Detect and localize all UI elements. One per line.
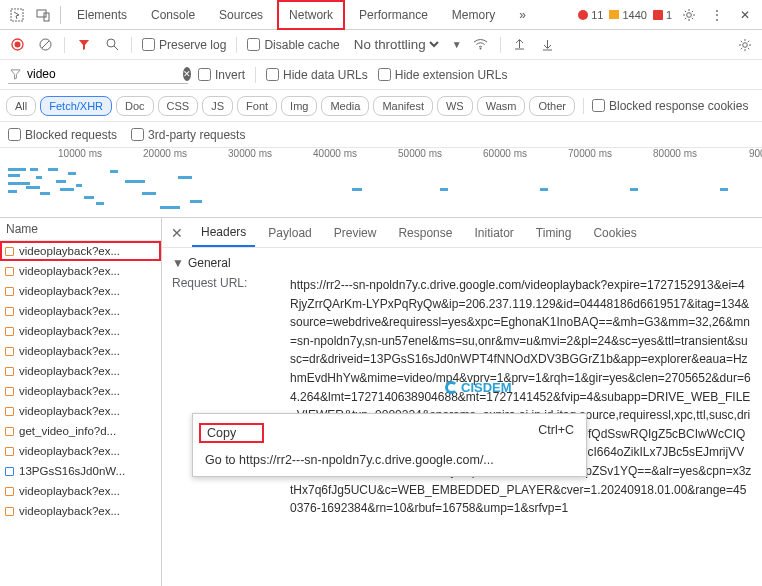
device-toggle-icon[interactable] (32, 4, 54, 26)
tab-more[interactable]: » (509, 2, 536, 28)
general-section[interactable]: ▼General (172, 256, 752, 270)
pill-fetch-xhr[interactable]: Fetch/XHR (40, 96, 112, 116)
request-item[interactable]: videoplayback?ex... (0, 281, 161, 301)
clear-filter-icon[interactable]: ✕ (183, 67, 191, 81)
request-type-icon (5, 467, 14, 476)
pill-img[interactable]: Img (281, 96, 317, 116)
close-devtools-icon[interactable]: ✕ (734, 4, 756, 26)
pill-js[interactable]: JS (202, 96, 233, 116)
pill-font[interactable]: Font (237, 96, 277, 116)
request-item[interactable]: videoplayback?ex... (0, 481, 161, 501)
ctx-goto[interactable]: Go to https://rr2---sn-npoldn7y.c.drive.… (193, 448, 586, 472)
invert-checkbox[interactable]: Invert (198, 68, 245, 82)
upload-icon[interactable] (511, 36, 529, 54)
tab-console[interactable]: Console (141, 2, 205, 28)
request-item[interactable]: videoplayback?ex... (0, 381, 161, 401)
preserve-log-checkbox[interactable]: Preserve log (142, 38, 226, 52)
blocked-requests-checkbox[interactable]: Blocked requests (8, 128, 117, 142)
detail-tab-preview[interactable]: Preview (325, 220, 386, 246)
request-item[interactable]: videoplayback?ex... (0, 241, 161, 261)
throttling-select[interactable]: No throttling (350, 36, 442, 53)
request-item-label: videoplayback?ex... (19, 285, 120, 297)
detail-tab-response[interactable]: Response (389, 220, 461, 246)
watermark: CISDEM (445, 380, 512, 395)
request-item[interactable]: videoplayback?ex... (0, 301, 161, 321)
clear-icon[interactable] (36, 36, 54, 54)
detail-tab-payload[interactable]: Payload (259, 220, 320, 246)
request-item[interactable]: videoplayback?ex... (0, 361, 161, 381)
request-item[interactable]: videoplayback?ex... (0, 401, 161, 421)
detail-tab-headers[interactable]: Headers (192, 219, 255, 247)
inspect-icon[interactable] (6, 4, 28, 26)
timeline-label: 20000 ms (143, 148, 187, 159)
pill-ws[interactable]: WS (437, 96, 473, 116)
download-icon[interactable] (539, 36, 557, 54)
request-url-value[interactable]: https://rr2---sn-npoldn7y.c.drive.google… (290, 276, 752, 518)
request-type-icon (5, 267, 14, 276)
error-count-red[interactable]: 11 (578, 9, 603, 21)
pill-manifest[interactable]: Manifest (373, 96, 433, 116)
detail-tab-initiator[interactable]: Initiator (465, 220, 522, 246)
request-item[interactable]: get_video_info?d... (0, 421, 161, 441)
ctx-copy[interactable]: Copy Ctrl+C (193, 418, 586, 448)
filter-glyph-icon (10, 69, 21, 80)
request-type-icon (5, 387, 14, 396)
request-item-label: videoplayback?ex... (19, 405, 120, 417)
tab-memory[interactable]: Memory (442, 2, 505, 28)
blocked-cookies-checkbox[interactable]: Blocked response cookies (592, 99, 748, 113)
hide-ext-label: Hide extension URLs (395, 68, 508, 82)
ctx-copy-shortcut: Ctrl+C (538, 423, 574, 443)
tab-sources[interactable]: Sources (209, 2, 273, 28)
timeline-label: 50000 ms (398, 148, 442, 159)
context-menu: Copy Ctrl+C Go to https://rr2---sn-npold… (192, 413, 587, 477)
disable-cache-checkbox[interactable]: Disable cache (247, 38, 339, 52)
hide-data-label: Hide data URLs (283, 68, 368, 82)
request-item[interactable]: videoplayback?ex... (0, 321, 161, 341)
request-item[interactable]: videoplayback?ex... (0, 261, 161, 281)
request-item[interactable]: videoplayback?ex... (0, 341, 161, 361)
record-icon[interactable] (8, 36, 26, 54)
request-item-label: videoplayback?ex... (19, 505, 120, 517)
request-item[interactable]: videoplayback?ex... (0, 441, 161, 461)
request-item-label: 13PGsS16sJd0nW... (19, 465, 125, 477)
filter-input[interactable] (27, 67, 177, 81)
tab-network[interactable]: Network (277, 0, 345, 30)
request-item[interactable]: 13PGsS16sJd0nW... (0, 461, 161, 481)
main-split: Name videoplayback?ex...videoplayback?ex… (0, 218, 762, 586)
timeline-label: 40000 ms (313, 148, 357, 159)
request-item-label: videoplayback?ex... (19, 345, 120, 357)
kebab-icon[interactable]: ⋮ (706, 4, 728, 26)
hide-data-urls-checkbox[interactable]: Hide data URLs (266, 68, 368, 82)
issue-count[interactable]: 1 (653, 9, 672, 21)
network-toolbar: Preserve log Disable cache No throttling… (0, 30, 762, 60)
pill-wasm[interactable]: Wasm (477, 96, 526, 116)
request-list: Name videoplayback?ex...videoplayback?ex… (0, 218, 162, 586)
request-type-icon (5, 307, 14, 316)
request-item-label: videoplayback?ex... (19, 325, 120, 337)
pill-css[interactable]: CSS (158, 96, 199, 116)
detail-tab-timing[interactable]: Timing (527, 220, 581, 246)
close-detail-icon[interactable]: ✕ (166, 225, 188, 241)
request-item-label: videoplayback?ex... (19, 365, 120, 377)
pill-all[interactable]: All (6, 96, 36, 116)
hide-ext-urls-checkbox[interactable]: Hide extension URLs (378, 68, 508, 82)
timeline-label: 9000 (749, 148, 762, 159)
panel-gear-icon[interactable] (736, 36, 754, 54)
third-party-checkbox[interactable]: 3rd-party requests (131, 128, 245, 142)
request-type-icon (5, 447, 14, 456)
request-item[interactable]: videoplayback?ex... (0, 501, 161, 521)
wifi-icon[interactable] (472, 36, 490, 54)
timeline-label: 70000 ms (568, 148, 612, 159)
tab-elements[interactable]: Elements (67, 2, 137, 28)
warn-count[interactable]: 1440 (609, 9, 646, 21)
tab-performance[interactable]: Performance (349, 2, 438, 28)
detail-tab-cookies[interactable]: Cookies (584, 220, 645, 246)
search-icon[interactable] (103, 36, 121, 54)
third-party-label: 3rd-party requests (148, 128, 245, 142)
pill-media[interactable]: Media (321, 96, 369, 116)
filter-icon[interactable] (75, 36, 93, 54)
pill-doc[interactable]: Doc (116, 96, 154, 116)
gear-icon[interactable] (678, 4, 700, 26)
timeline[interactable]: 10000 ms20000 ms30000 ms40000 ms50000 ms… (0, 148, 762, 218)
pill-other[interactable]: Other (529, 96, 575, 116)
